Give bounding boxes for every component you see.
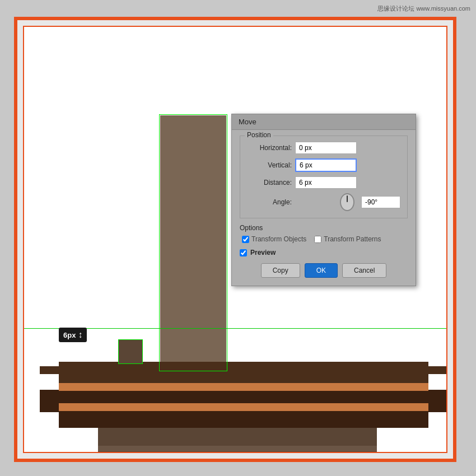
angle-field-row: Angle: (247, 193, 400, 211)
vertical-label: Vertical: (247, 161, 292, 169)
table-stripe-2 (59, 403, 428, 411)
table-top (59, 362, 428, 383)
table-dark-bar (59, 391, 428, 403)
left-extension-top (40, 366, 71, 374)
transform-patterns-label: Transform Patterns (324, 235, 381, 243)
transform-objects-label: Transform Objects (251, 235, 306, 243)
copy-button[interactable]: Copy (261, 263, 300, 278)
table-stripe-1 (59, 383, 428, 391)
transform-objects-option[interactable]: Transform Objects (242, 235, 306, 243)
horizontal-label: Horizontal: (247, 144, 292, 152)
pillar-shape (160, 115, 226, 370)
preview-row: Preview (240, 249, 408, 256)
canvas-area: 6px ↕ Move Position Horizontal: Vertical… (14, 17, 456, 462)
canvas-inner: 6px ↕ Move Position Horizontal: Vertical… (23, 26, 447, 453)
table-bottom (59, 411, 428, 428)
vertical-field-row: Vertical: (247, 158, 400, 172)
pedestal-stripe (98, 446, 377, 451)
tooltip-text: 6px (63, 331, 76, 339)
watermark-text: 思缘设计论坛 www.missyuan.com (377, 4, 470, 13)
angle-label: Angle: (247, 198, 292, 206)
connector-box (118, 339, 143, 364)
angle-input[interactable] (361, 196, 400, 208)
preview-label: Preview (250, 249, 276, 256)
guide-line-horizontal (24, 328, 446, 329)
options-label: Options (240, 224, 408, 232)
checkbox-row: Transform Objects Transform Patterns (242, 235, 408, 243)
dialog-titlebar: Move (232, 114, 416, 130)
dialog-buttons: Copy OK Cancel (240, 263, 408, 278)
dimension-tooltip: 6px ↕ (59, 328, 87, 342)
ok-button[interactable]: OK (305, 263, 338, 278)
options-section: Options Transform Objects Transform Patt… (240, 224, 408, 243)
move-dialog: Move Position Horizontal: Vertical: D (231, 114, 416, 286)
position-section: Position Horizontal: Vertical: Distance: (240, 136, 408, 218)
distance-field-row: Distance: (247, 176, 400, 189)
angle-dial-indicator (347, 195, 348, 202)
distance-label: Distance: (247, 179, 292, 186)
transform-patterns-checkbox[interactable] (314, 236, 321, 243)
preview-checkbox[interactable] (240, 249, 247, 256)
dialog-title: Move (239, 118, 256, 126)
transform-objects-checkbox[interactable] (242, 236, 249, 243)
right-extension-top (416, 366, 447, 374)
cancel-button[interactable]: Cancel (342, 263, 386, 278)
transform-patterns-option[interactable]: Transform Patterns (314, 235, 381, 243)
dialog-body: Position Horizontal: Vertical: Distance: (232, 130, 416, 286)
horizontal-input[interactable] (295, 142, 357, 154)
distance-input[interactable] (295, 176, 357, 189)
tooltip-arrow-icon: ↕ (78, 330, 82, 340)
position-section-label: Position (245, 131, 273, 139)
vertical-input[interactable] (295, 158, 357, 172)
angle-dial[interactable] (340, 193, 354, 211)
horizontal-field-row: Horizontal: (247, 142, 400, 154)
